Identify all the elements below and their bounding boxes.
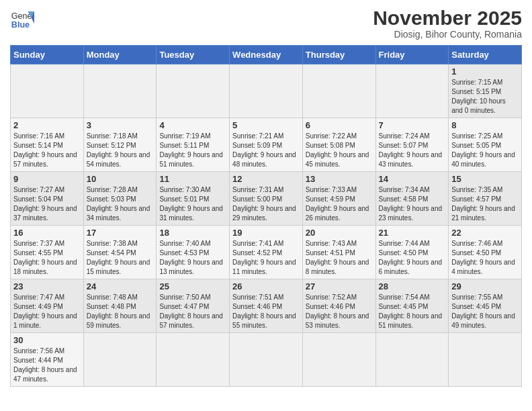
calendar-cell: 23Sunrise: 7:47 AM Sunset: 4:49 PM Dayli… [11,279,84,333]
calendar-cell [375,333,449,387]
day-info: Sunrise: 7:28 AM Sunset: 5:03 PM Dayligh… [87,185,154,223]
day-number: 11 [159,174,226,184]
calendar-cell [230,64,303,118]
title-block: November 2025 Diosig, Bihor County, Roma… [373,7,522,40]
day-info: Sunrise: 7:56 AM Sunset: 4:44 PM Dayligh… [13,347,81,384]
day-info: Sunrise: 7:37 AM Sunset: 4:55 PM Dayligh… [13,239,81,277]
calendar-cell: 1Sunrise: 7:15 AM Sunset: 5:15 PM Daylig… [449,64,522,118]
day-info: Sunrise: 7:22 AM Sunset: 5:08 PM Dayligh… [306,132,373,169]
day-number: 22 [451,228,519,238]
day-info: Sunrise: 7:40 AM Sunset: 4:53 PM Dayligh… [159,239,226,277]
day-number: 7 [379,120,446,130]
calendar-cell: 12Sunrise: 7:31 AM Sunset: 5:00 PM Dayli… [230,172,303,226]
day-info: Sunrise: 7:33 AM Sunset: 4:59 PM Dayligh… [306,185,373,223]
day-number: 26 [232,281,300,291]
day-number: 14 [379,174,446,184]
calendar-header: SundayMondayTuesdayWednesdayThursdayFrid… [11,46,522,64]
calendar-cell [302,333,375,387]
calendar-cell: 27Sunrise: 7:52 AM Sunset: 4:46 PM Dayli… [302,279,375,333]
calendar-cell: 2Sunrise: 7:16 AM Sunset: 5:14 PM Daylig… [11,118,84,172]
day-info: Sunrise: 7:43 AM Sunset: 4:51 PM Dayligh… [306,239,373,277]
logo-icon: General Blue [10,7,34,31]
day-info: Sunrise: 7:27 AM Sunset: 5:04 PM Dayligh… [13,185,81,223]
svg-text:Blue: Blue [11,20,30,30]
day-info: Sunrise: 7:35 AM Sunset: 4:57 PM Dayligh… [451,185,519,223]
calendar-cell: 20Sunrise: 7:43 AM Sunset: 4:51 PM Dayli… [302,226,375,279]
day-number: 27 [306,281,373,291]
logo: General Blue [10,7,34,31]
day-info: Sunrise: 7:47 AM Sunset: 4:49 PM Dayligh… [13,293,81,330]
weekday-header-friday: Friday [375,46,449,64]
weekday-header-sunday: Sunday [11,46,84,64]
header: General Blue November 2025 Diosig, Bihor… [10,7,522,40]
day-number: 3 [87,120,154,130]
calendar-cell: 8Sunrise: 7:25 AM Sunset: 5:05 PM Daylig… [449,118,522,172]
day-info: Sunrise: 7:21 AM Sunset: 5:09 PM Dayligh… [232,132,300,169]
day-number: 9 [13,174,81,184]
calendar-week-1: 1Sunrise: 7:15 AM Sunset: 5:15 PM Daylig… [11,64,522,118]
calendar-cell: 3Sunrise: 7:18 AM Sunset: 5:12 PM Daylig… [83,118,157,172]
calendar-cell [302,64,375,118]
day-info: Sunrise: 7:19 AM Sunset: 5:11 PM Dayligh… [159,132,226,169]
day-info: Sunrise: 7:48 AM Sunset: 4:48 PM Dayligh… [87,293,154,330]
calendar-cell [157,333,230,387]
calendar-cell [157,64,230,118]
day-number: 12 [232,174,300,184]
calendar-cell: 30Sunrise: 7:56 AM Sunset: 4:44 PM Dayli… [11,333,84,387]
day-number: 15 [451,174,519,184]
month-title: November 2025 [373,7,522,29]
calendar-cell: 4Sunrise: 7:19 AM Sunset: 5:11 PM Daylig… [157,118,230,172]
day-number: 21 [379,228,446,238]
calendar-week-4: 16Sunrise: 7:37 AM Sunset: 4:55 PM Dayli… [11,226,522,279]
calendar-cell: 7Sunrise: 7:24 AM Sunset: 5:07 PM Daylig… [375,118,449,172]
calendar-cell [83,64,157,118]
day-info: Sunrise: 7:54 AM Sunset: 4:45 PM Dayligh… [379,293,446,330]
calendar-cell: 9Sunrise: 7:27 AM Sunset: 5:04 PM Daylig… [11,172,84,226]
day-info: Sunrise: 7:24 AM Sunset: 5:07 PM Dayligh… [379,132,446,169]
day-info: Sunrise: 7:51 AM Sunset: 4:46 PM Dayligh… [232,293,300,330]
day-number: 8 [451,120,519,130]
day-number: 28 [379,281,446,291]
day-number: 30 [13,335,81,345]
day-info: Sunrise: 7:18 AM Sunset: 5:12 PM Dayligh… [87,132,154,169]
calendar-cell: 25Sunrise: 7:50 AM Sunset: 4:47 PM Dayli… [157,279,230,333]
calendar-cell [230,333,303,387]
calendar-cell [375,64,449,118]
day-info: Sunrise: 7:55 AM Sunset: 4:45 PM Dayligh… [451,293,519,330]
calendar-cell [11,64,84,118]
day-info: Sunrise: 7:44 AM Sunset: 4:50 PM Dayligh… [379,239,446,277]
calendar-body: 1Sunrise: 7:15 AM Sunset: 5:15 PM Daylig… [11,64,522,387]
calendar-cell: 5Sunrise: 7:21 AM Sunset: 5:09 PM Daylig… [230,118,303,172]
calendar-cell [83,333,157,387]
day-number: 4 [159,120,226,130]
calendar-cell: 26Sunrise: 7:51 AM Sunset: 4:46 PM Dayli… [230,279,303,333]
day-info: Sunrise: 7:38 AM Sunset: 4:54 PM Dayligh… [87,239,154,277]
day-number: 20 [306,228,373,238]
calendar-cell: 21Sunrise: 7:44 AM Sunset: 4:50 PM Dayli… [375,226,449,279]
calendar-cell: 16Sunrise: 7:37 AM Sunset: 4:55 PM Dayli… [11,226,84,279]
day-number: 18 [159,228,226,238]
day-number: 1 [451,66,519,77]
day-number: 10 [87,174,154,184]
day-number: 13 [306,174,373,184]
calendar-cell [449,333,522,387]
day-number: 24 [87,281,154,291]
day-info: Sunrise: 7:46 AM Sunset: 4:50 PM Dayligh… [451,239,519,277]
calendar-week-6: 30Sunrise: 7:56 AM Sunset: 4:44 PM Dayli… [11,333,522,387]
calendar-cell: 17Sunrise: 7:38 AM Sunset: 4:54 PM Dayli… [83,226,157,279]
weekday-header-monday: Monday [83,46,157,64]
day-info: Sunrise: 7:30 AM Sunset: 5:01 PM Dayligh… [159,185,226,223]
page: General Blue November 2025 Diosig, Bihor… [0,0,532,394]
day-number: 5 [232,120,300,130]
day-info: Sunrise: 7:52 AM Sunset: 4:46 PM Dayligh… [306,293,373,330]
calendar-cell: 11Sunrise: 7:30 AM Sunset: 5:01 PM Dayli… [157,172,230,226]
day-number: 25 [159,281,226,291]
location-subtitle: Diosig, Bihor County, Romania [373,29,522,40]
calendar-cell: 28Sunrise: 7:54 AM Sunset: 4:45 PM Dayli… [375,279,449,333]
calendar-cell: 18Sunrise: 7:40 AM Sunset: 4:53 PM Dayli… [157,226,230,279]
day-info: Sunrise: 7:41 AM Sunset: 4:52 PM Dayligh… [232,239,300,277]
weekday-header-saturday: Saturday [449,46,522,64]
calendar-cell: 29Sunrise: 7:55 AM Sunset: 4:45 PM Dayli… [449,279,522,333]
calendar-cell: 14Sunrise: 7:34 AM Sunset: 4:58 PM Dayli… [375,172,449,226]
calendar: SundayMondayTuesdayWednesdayThursdayFrid… [10,45,522,387]
